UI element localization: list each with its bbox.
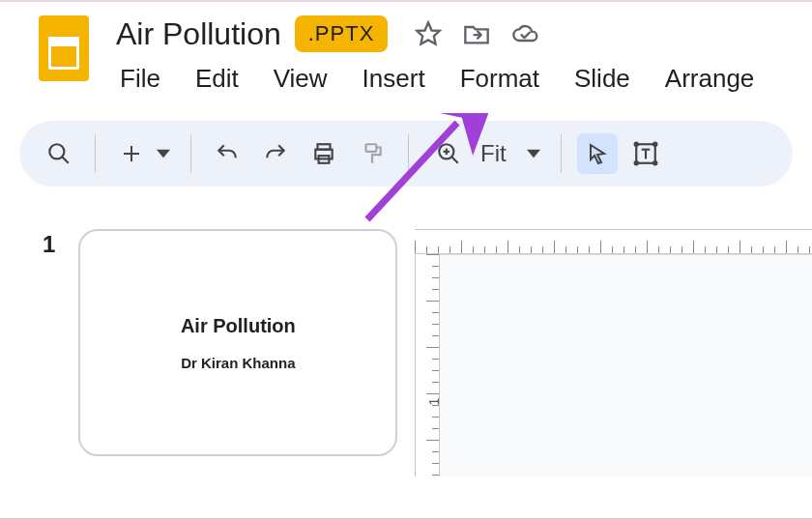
thumb-title: Air Pollution — [181, 315, 296, 337]
svg-line-2 — [62, 157, 69, 163]
slide-canvas[interactable] — [440, 254, 812, 476]
search-icon[interactable] — [39, 133, 79, 174]
svg-point-16 — [634, 143, 637, 146]
new-slide-button[interactable] — [111, 133, 152, 174]
svg-point-18 — [634, 161, 637, 164]
move-folder-icon[interactable] — [463, 20, 490, 47]
svg-point-19 — [653, 161, 656, 164]
menu-slide[interactable]: Slide — [570, 62, 634, 96]
print-button[interactable] — [304, 133, 344, 174]
vertical-ruler: 1 — [415, 254, 440, 476]
document-title[interactable]: Air Pollution — [116, 16, 281, 52]
svg-point-1 — [49, 144, 64, 159]
slides-logo[interactable] — [39, 15, 89, 81]
zoom-level[interactable]: Fit — [480, 140, 507, 167]
toolbar: Fit — [19, 121, 793, 187]
cloud-saved-icon[interactable] — [511, 20, 538, 47]
svg-rect-8 — [366, 144, 377, 152]
slide-number: 1 — [43, 231, 55, 476]
undo-button[interactable] — [207, 133, 247, 174]
toolbar-divider — [561, 134, 562, 173]
toolbar-divider — [408, 134, 409, 173]
thumb-subtitle: Dr Kiran Khanna — [181, 355, 295, 371]
menu-format[interactable]: Format — [456, 62, 543, 96]
menu-file[interactable]: File — [116, 62, 164, 96]
horizontal-ruler — [415, 229, 812, 254]
zoom-dropdown[interactable] — [522, 133, 545, 174]
textbox-tool[interactable] — [625, 133, 666, 174]
redo-button[interactable] — [255, 133, 296, 174]
paint-format-button[interactable] — [352, 133, 392, 174]
toolbar-divider — [190, 134, 191, 173]
svg-marker-0 — [418, 22, 440, 43]
svg-point-17 — [653, 143, 656, 146]
menu-bar: File Edit View Insert Format Slide Arran… — [116, 62, 812, 96]
new-slide-dropdown[interactable] — [152, 133, 175, 174]
menu-arrange[interactable]: Arrange — [661, 62, 759, 96]
menu-edit[interactable]: Edit — [191, 62, 243, 96]
pptx-badge: .PPTX — [295, 15, 389, 52]
menu-view[interactable]: View — [270, 62, 332, 96]
star-icon[interactable] — [415, 20, 442, 47]
toolbar-divider — [95, 134, 96, 173]
slide-thumbnail[interactable]: Air Pollution Dr Kiran Khanna — [78, 229, 397, 456]
svg-line-10 — [451, 157, 458, 163]
select-tool[interactable] — [577, 133, 618, 174]
menu-insert[interactable]: Insert — [359, 62, 429, 96]
zoom-icon[interactable] — [428, 133, 469, 174]
